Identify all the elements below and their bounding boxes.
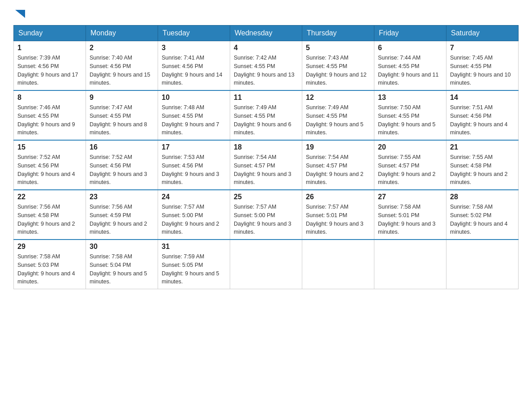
day-number: 15 [17,143,82,151]
day-info: Sunrise: 7:53 AMSunset: 4:56 PMDaylight:… [162,153,226,187]
day-number: 29 [17,243,82,251]
calendar-cell: 29Sunrise: 7:58 AMSunset: 5:03 PMDayligh… [14,240,86,289]
day-info: Sunrise: 7:54 AMSunset: 4:57 PMDaylight:… [306,153,370,187]
day-number: 24 [162,193,226,201]
calendar-cell: 16Sunrise: 7:52 AMSunset: 4:56 PMDayligh… [86,140,158,190]
calendar-cell: 2Sunrise: 7:40 AMSunset: 4:56 PMDaylight… [86,41,158,91]
day-info: Sunrise: 7:57 AMSunset: 5:00 PMDaylight:… [234,203,298,236]
header-tuesday: Tuesday [158,26,230,41]
week-row-2: 8Sunrise: 7:46 AMSunset: 4:55 PMDaylight… [14,90,519,140]
calendar-cell: 1Sunrise: 7:39 AMSunset: 4:56 PMDaylight… [14,41,86,91]
day-info: Sunrise: 7:42 AMSunset: 4:55 PMDaylight:… [234,54,298,87]
day-info: Sunrise: 7:58 AMSunset: 5:04 PMDaylight:… [90,253,154,286]
calendar-cell: 24Sunrise: 7:57 AMSunset: 5:00 PMDayligh… [158,190,230,240]
day-number: 18 [234,143,298,151]
calendar-cell: 8Sunrise: 7:46 AMSunset: 4:55 PMDaylight… [14,90,86,140]
day-number: 5 [306,44,370,52]
calendar-cell: 13Sunrise: 7:50 AMSunset: 4:55 PMDayligh… [374,90,446,140]
calendar-cell: 25Sunrise: 7:57 AMSunset: 5:00 PMDayligh… [230,190,302,240]
day-info: Sunrise: 7:51 AMSunset: 4:56 PMDaylight:… [450,103,515,137]
calendar-cell: 30Sunrise: 7:58 AMSunset: 5:04 PMDayligh… [86,240,158,289]
day-number: 27 [378,193,442,201]
calendar-cell [230,240,302,289]
calendar-cell: 10Sunrise: 7:48 AMSunset: 4:55 PMDayligh… [158,90,230,140]
calendar-cell: 22Sunrise: 7:56 AMSunset: 4:58 PMDayligh… [14,190,86,240]
calendar-cell: 9Sunrise: 7:47 AMSunset: 4:55 PMDaylight… [86,90,158,140]
calendar-cell: 19Sunrise: 7:54 AMSunset: 4:57 PMDayligh… [302,140,374,190]
day-number: 31 [162,243,226,251]
calendar-cell: 12Sunrise: 7:49 AMSunset: 4:55 PMDayligh… [302,90,374,140]
day-number: 22 [17,193,82,201]
day-info: Sunrise: 7:54 AMSunset: 4:57 PMDaylight:… [234,153,298,187]
header-friday: Friday [374,26,446,41]
calendar-cell: 28Sunrise: 7:58 AMSunset: 5:02 PMDayligh… [446,190,519,240]
day-info: Sunrise: 7:56 AMSunset: 4:59 PMDaylight:… [90,203,154,236]
day-info: Sunrise: 7:44 AMSunset: 4:55 PMDaylight:… [378,54,442,87]
day-number: 6 [378,44,442,52]
calendar-cell: 7Sunrise: 7:45 AMSunset: 4:55 PMDaylight… [446,41,519,91]
day-info: Sunrise: 7:56 AMSunset: 4:58 PMDaylight:… [17,203,82,236]
calendar-cell [374,240,446,289]
day-number: 25 [234,193,298,201]
day-number: 4 [234,44,298,52]
header-sunday: Sunday [14,26,86,41]
header-thursday: Thursday [302,26,374,41]
calendar-cell: 31Sunrise: 7:59 AMSunset: 5:05 PMDayligh… [158,240,230,289]
day-info: Sunrise: 7:58 AMSunset: 5:01 PMDaylight:… [378,203,442,236]
calendar-cell: 20Sunrise: 7:55 AMSunset: 4:57 PMDayligh… [374,140,446,190]
calendar-cell: 18Sunrise: 7:54 AMSunset: 4:57 PMDayligh… [230,140,302,190]
week-row-4: 22Sunrise: 7:56 AMSunset: 4:58 PMDayligh… [14,190,519,240]
week-row-5: 29Sunrise: 7:58 AMSunset: 5:03 PMDayligh… [14,240,519,289]
day-info: Sunrise: 7:57 AMSunset: 5:01 PMDaylight:… [306,203,370,236]
day-number: 23 [90,193,154,201]
day-number: 21 [450,143,515,151]
day-number: 7 [450,44,515,52]
day-number: 1 [17,44,82,52]
day-info: Sunrise: 7:52 AMSunset: 4:56 PMDaylight:… [17,153,82,187]
day-info: Sunrise: 7:40 AMSunset: 4:56 PMDaylight:… [90,54,154,87]
calendar-cell [302,240,374,289]
calendar-table: SundayMondayTuesdayWednesdayThursdayFrid… [13,25,519,289]
header-wednesday: Wednesday [230,26,302,41]
day-number: 3 [162,44,226,52]
calendar-cell: 21Sunrise: 7:55 AMSunset: 4:58 PMDayligh… [446,140,519,190]
day-info: Sunrise: 7:58 AMSunset: 5:03 PMDaylight:… [17,253,82,286]
day-info: Sunrise: 7:47 AMSunset: 4:55 PMDaylight:… [90,103,154,137]
calendar-cell: 11Sunrise: 7:49 AMSunset: 4:55 PMDayligh… [230,90,302,140]
day-number: 16 [90,143,154,151]
day-number: 26 [306,193,370,201]
day-number: 2 [90,44,154,52]
day-number: 17 [162,143,226,151]
day-info: Sunrise: 7:39 AMSunset: 4:56 PMDaylight:… [17,54,82,87]
day-info: Sunrise: 7:45 AMSunset: 4:55 PMDaylight:… [450,54,515,87]
day-info: Sunrise: 7:48 AMSunset: 4:55 PMDaylight:… [162,103,226,137]
calendar-cell: 3Sunrise: 7:41 AMSunset: 4:56 PMDaylight… [158,41,230,91]
day-number: 8 [17,94,82,102]
calendar-cell: 23Sunrise: 7:56 AMSunset: 4:59 PMDayligh… [86,190,158,240]
day-number: 12 [306,94,370,102]
calendar-cell: 26Sunrise: 7:57 AMSunset: 5:01 PMDayligh… [302,190,374,240]
day-info: Sunrise: 7:49 AMSunset: 4:55 PMDaylight:… [306,103,370,137]
header-saturday: Saturday [446,26,519,41]
day-info: Sunrise: 7:55 AMSunset: 4:57 PMDaylight:… [378,153,442,187]
week-row-1: 1Sunrise: 7:39 AMSunset: 4:56 PMDaylight… [14,41,519,91]
day-info: Sunrise: 7:58 AMSunset: 5:02 PMDaylight:… [450,203,515,236]
day-number: 30 [90,243,154,251]
day-number: 10 [162,94,226,102]
calendar-cell: 17Sunrise: 7:53 AMSunset: 4:56 PMDayligh… [158,140,230,190]
calendar-cell: 6Sunrise: 7:44 AMSunset: 4:55 PMDaylight… [374,41,446,91]
day-number: 14 [450,94,515,102]
day-info: Sunrise: 7:57 AMSunset: 5:00 PMDaylight:… [162,203,226,236]
day-info: Sunrise: 7:55 AMSunset: 4:58 PMDaylight:… [450,153,515,187]
calendar-cell: 5Sunrise: 7:43 AMSunset: 4:55 PMDaylight… [302,41,374,91]
day-info: Sunrise: 7:59 AMSunset: 5:05 PMDaylight:… [162,253,226,286]
logo [13,9,25,18]
week-row-3: 15Sunrise: 7:52 AMSunset: 4:56 PMDayligh… [14,140,519,190]
svg-marker-0 [15,10,25,18]
calendar-cell [446,240,519,289]
day-info: Sunrise: 7:43 AMSunset: 4:55 PMDaylight:… [306,54,370,87]
calendar-cell: 15Sunrise: 7:52 AMSunset: 4:56 PMDayligh… [14,140,86,190]
day-info: Sunrise: 7:46 AMSunset: 4:55 PMDaylight:… [17,103,82,137]
day-number: 28 [450,193,515,201]
calendar-cell: 4Sunrise: 7:42 AMSunset: 4:55 PMDaylight… [230,41,302,91]
